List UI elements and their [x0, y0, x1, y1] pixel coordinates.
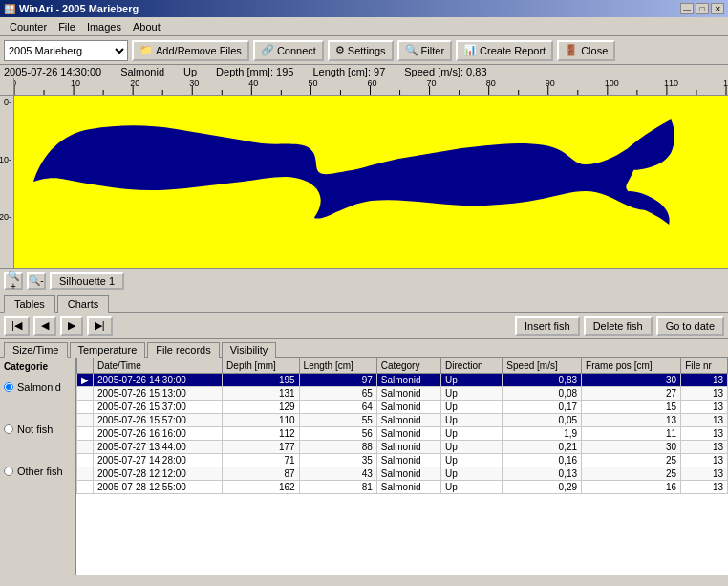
- cell-datetime: 2005-07-26 15:57:00: [94, 414, 223, 427]
- close-icon: 🚪: [565, 44, 578, 56]
- row-indicator: [77, 441, 94, 454]
- cell-speed: 0,16: [503, 454, 582, 467]
- menu-bar: Counter File Images About: [0, 17, 728, 36]
- cell-file-nr: 13: [681, 441, 728, 454]
- radio-other-fish[interactable]: Other fish: [4, 466, 72, 477]
- close-app-button[interactable]: 🚪 Close: [557, 40, 615, 61]
- go-to-date-button[interactable]: Go to date: [656, 316, 724, 336]
- insert-fish-button[interactable]: Insert fish: [515, 316, 580, 336]
- cell-frame-pos: 15: [582, 401, 681, 414]
- cell-category: Salmonid: [376, 467, 440, 481]
- delete-fish-button[interactable]: Delete fish: [584, 316, 653, 336]
- radio-salmonid-input[interactable]: [4, 382, 13, 392]
- table-row[interactable]: 2005-07-26 15:37:00 129 64 Salmonid Up 0…: [77, 401, 728, 414]
- col-depth: Depth [mm]: [223, 358, 299, 374]
- title-text: WinAri - 2005 Marieberg: [19, 3, 676, 14]
- first-record-button[interactable]: |◀: [4, 316, 30, 336]
- last-record-button[interactable]: ▶|: [87, 316, 113, 336]
- y-label-20: 20-: [0, 212, 11, 222]
- table-row[interactable]: 2005-07-26 15:57:00 110 55 Salmonid Up 0…: [77, 414, 728, 427]
- cell-direction: Up: [441, 467, 503, 481]
- project-select[interactable]: 2005 Marieberg: [4, 40, 128, 61]
- table-row[interactable]: 2005-07-26 15:13:00 131 65 Salmonid Up 0…: [77, 387, 728, 401]
- sub-tabs: Size/Time Temperature File records Visib…: [0, 339, 728, 358]
- fish-type-label: Salmonid: [120, 66, 164, 77]
- speed-label: Speed [m/s]: 0,83: [404, 66, 486, 77]
- menu-images[interactable]: Images: [81, 20, 127, 33]
- cell-speed: 0,29: [503, 481, 582, 494]
- y-label-0: 0-: [4, 98, 11, 107]
- create-report-button[interactable]: 📊 Create Report: [456, 40, 553, 61]
- close-button[interactable]: ✕: [711, 3, 724, 14]
- cell-frame-pos: 30: [582, 441, 681, 454]
- table-row[interactable]: 2005-07-27 13:44:00 177 88 Salmonid Up 0…: [77, 441, 728, 454]
- cell-length: 35: [299, 454, 376, 467]
- cell-depth: 129: [223, 401, 299, 414]
- table-row[interactable]: 2005-07-27 14:28:00 71 35 Salmonid Up 0,…: [77, 454, 728, 467]
- cell-datetime: 2005-07-26 15:37:00: [94, 401, 223, 414]
- row-indicator: ▶: [77, 374, 94, 387]
- cell-depth: 112: [223, 427, 299, 441]
- connect-button[interactable]: 🔗 Connect: [253, 40, 324, 61]
- sub-tab-visibility[interactable]: Visibility: [222, 342, 277, 358]
- first-icon: |◀: [11, 319, 22, 332]
- sub-tab-file-records[interactable]: File records: [147, 342, 219, 358]
- data-table-area[interactable]: Date/Time Depth [mm] Length [cm] Categor…: [76, 358, 728, 575]
- zoom-in-button[interactable]: 🔍+: [4, 272, 23, 290]
- navigation-bar: |◀ ◀ ▶ ▶| Insert fish Delete fish Go to …: [0, 313, 728, 339]
- zoom-in-icon: 🔍+: [6, 271, 21, 292]
- cell-length: 43: [299, 467, 376, 481]
- table-row[interactable]: 2005-07-28 12:55:00 162 81 Salmonid Up 0…: [77, 481, 728, 494]
- info-bar: 2005-07-26 14:30:00 Salmonid Up Depth [m…: [0, 65, 728, 78]
- cell-category: Salmonid: [376, 454, 440, 467]
- depth-label: Depth [mm]: 195: [216, 66, 293, 77]
- cell-depth: 87: [223, 467, 299, 481]
- next-record-button[interactable]: ▶: [60, 316, 83, 336]
- settings-icon: ⚙: [335, 44, 345, 56]
- cell-file-nr: 13: [681, 374, 728, 387]
- sub-tab-temperature[interactable]: Temperature: [70, 342, 146, 358]
- cell-direction: Up: [441, 427, 503, 441]
- col-frame-pos: Frame pos [cm]: [582, 358, 681, 374]
- table-row[interactable]: 2005-07-28 12:12:00 87 43 Salmonid Up 0,…: [77, 467, 728, 481]
- radio-not-fish-label: Not fish: [17, 423, 53, 435]
- cell-direction: Up: [441, 387, 503, 401]
- tab-charts[interactable]: Charts: [57, 295, 109, 313]
- col-indicator: [77, 358, 94, 374]
- cell-speed: 1,9: [503, 427, 582, 441]
- add-remove-files-button[interactable]: 📁 Add/Remove Files: [132, 40, 249, 61]
- direction-label: Up: [183, 66, 197, 77]
- radio-other-fish-label: Other fish: [17, 466, 63, 477]
- tab-tables[interactable]: Tables: [4, 295, 55, 313]
- radio-other-fish-input[interactable]: [4, 467, 13, 476]
- menu-file[interactable]: File: [53, 20, 81, 33]
- cell-speed: 0,21: [503, 441, 582, 454]
- zoom-out-button[interactable]: 🔍-: [27, 272, 46, 290]
- cell-depth: 131: [223, 387, 299, 401]
- menu-counter[interactable]: Counter: [4, 20, 53, 33]
- window-controls[interactable]: — □ ✕: [680, 3, 724, 14]
- prev-record-button[interactable]: ◀: [33, 316, 56, 336]
- menu-about[interactable]: About: [127, 20, 166, 33]
- radio-not-fish-input[interactable]: [4, 424, 13, 434]
- cell-length: 64: [299, 401, 376, 414]
- table-row[interactable]: 2005-07-26 16:16:00 112 56 Salmonid Up 1…: [77, 427, 728, 441]
- filter-icon: 🔍: [405, 44, 418, 56]
- category-header: Categorie: [4, 361, 72, 372]
- cell-category: Salmonid: [376, 481, 440, 494]
- cell-depth: 71: [223, 454, 299, 467]
- cell-datetime: 2005-07-26 16:16:00: [94, 427, 223, 441]
- maximize-button[interactable]: □: [696, 3, 709, 14]
- minimize-button[interactable]: —: [680, 3, 694, 14]
- sub-tab-size-time[interactable]: Size/Time: [4, 342, 68, 358]
- cell-file-nr: 13: [681, 387, 728, 401]
- length-label: Length [cm]: 97: [312, 66, 385, 77]
- table-row[interactable]: ▶ 2005-07-26 14:30:00 195 97 Salmonid Up…: [77, 374, 728, 387]
- settings-button[interactable]: ⚙ Settings: [328, 40, 394, 61]
- cell-direction: Up: [441, 441, 503, 454]
- radio-salmonid[interactable]: Salmonid: [4, 381, 72, 393]
- add-files-icon: 📁: [139, 44, 153, 56]
- filter-button[interactable]: 🔍 Filter: [397, 40, 452, 61]
- y-axis: 0- 10- 20-: [0, 96, 14, 268]
- radio-not-fish[interactable]: Not fish: [4, 423, 72, 435]
